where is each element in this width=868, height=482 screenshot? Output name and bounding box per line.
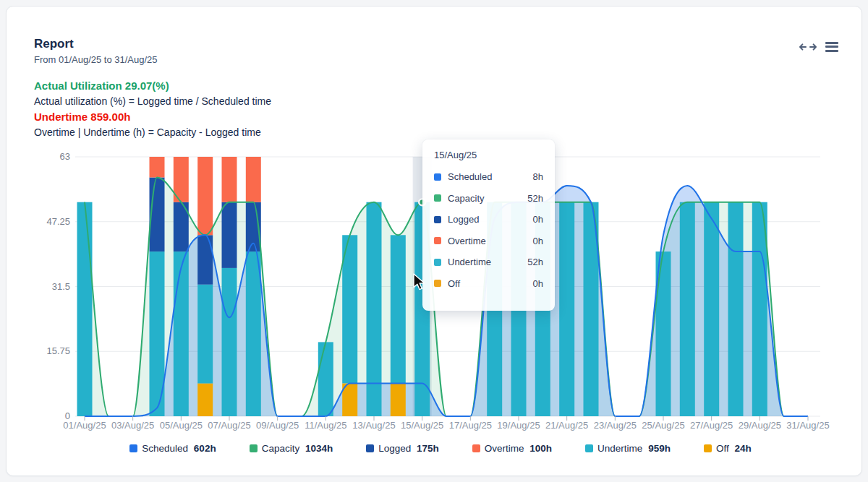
tooltip-date: 15/Aug/25 <box>434 150 543 160</box>
legend-value: 24h <box>734 443 751 454</box>
legend-marker-icon <box>129 444 137 452</box>
bar-logged-day7[interactable] <box>222 202 237 268</box>
tooltip-value: 0h <box>533 214 543 225</box>
bar-undertime-day21[interactable] <box>559 202 574 416</box>
legend-label: Logged 175h <box>378 443 439 454</box>
bar-undertime-day11[interactable] <box>318 342 333 416</box>
tooltip-value: 52h <box>527 193 543 204</box>
bar-undertime-day1[interactable] <box>77 202 93 416</box>
bar-overtime-day6[interactable] <box>197 157 213 235</box>
bar-undertime-day14[interactable] <box>391 235 406 383</box>
y-tick-label: 15.75 <box>34 345 70 356</box>
y-tick-label: 31.5 <box>34 281 70 292</box>
legend-marker-icon <box>585 444 593 452</box>
tooltip-rows: Scheduled8hCapacity52hLogged0hOvertime0h… <box>434 166 543 294</box>
legend-value: 602h <box>194 443 216 454</box>
tooltip-label: Logged <box>448 214 479 225</box>
bar-undertime-day13[interactable] <box>367 202 382 416</box>
capacity-marker-icon <box>434 194 441 202</box>
legend-label: Undertime 959h <box>597 443 671 454</box>
tooltip-value: 0h <box>533 278 543 289</box>
legend-label: Capacity 1034h <box>262 443 333 454</box>
legend-marker-icon <box>366 444 374 452</box>
report-page: Report From 01/Aug/25 to 31/Aug/25 Actua… <box>0 0 868 482</box>
tooltip-row-undertime: Undertime52h <box>434 251 543 273</box>
legend-value: 175h <box>417 443 439 454</box>
legend-marker-icon <box>704 444 712 452</box>
legend-value: 959h <box>648 443 671 454</box>
legend-item-logged[interactable]: Logged 175h <box>366 443 439 454</box>
legend-item-off[interactable]: Off 24h <box>704 443 752 454</box>
bar-overtime-day8[interactable] <box>246 157 261 202</box>
utilization-chart[interactable]: 015.7531.547.2563 01/Aug/2503/Aug/2505/A… <box>7 7 868 482</box>
tooltip-label: Scheduled <box>448 171 492 182</box>
bar-logged-day6[interactable] <box>197 235 213 284</box>
bar-undertime-day8[interactable] <box>246 251 261 416</box>
tooltip-row-logged: Logged0h <box>434 209 543 231</box>
legend-item-scheduled[interactable]: Scheduled 602h <box>129 443 216 454</box>
logged-marker-icon <box>434 216 441 223</box>
overtime-marker-icon <box>434 237 441 244</box>
bar-undertime-day28[interactable] <box>728 202 744 416</box>
bar-overtime-day7[interactable] <box>222 157 237 202</box>
bar-undertime-day7[interactable] <box>222 268 237 416</box>
legend-label: Off 24h <box>716 443 752 454</box>
y-tick-label: 47.25 <box>34 216 70 227</box>
legend-label: Overtime 100h <box>485 443 552 454</box>
report-card: Report From 01/Aug/25 to 31/Aug/25 Actua… <box>6 6 862 476</box>
tooltip-label: Capacity <box>448 193 485 204</box>
x-tick-label: 31/Aug/25 <box>779 420 837 431</box>
legend-item-overtime[interactable]: Overtime 100h <box>472 443 552 454</box>
tooltip-row-capacity: Capacity52h <box>434 188 543 210</box>
tooltip-value: 8h <box>533 171 543 182</box>
bar-undertime-day27[interactable] <box>704 202 719 416</box>
tooltip-label: Overtime <box>448 236 486 246</box>
undertime-marker-icon <box>434 259 441 266</box>
tooltip-label: Undertime <box>448 257 491 267</box>
tooltip-row-overtime: Overtime0h <box>434 231 543 252</box>
legend-value: 1034h <box>305 443 333 454</box>
bar-undertime-day26[interactable] <box>680 202 695 416</box>
bar-off-day14[interactable] <box>391 383 406 416</box>
y-tick-label: 63 <box>34 151 70 162</box>
tooltip-value: 52h <box>527 257 543 267</box>
legend-item-capacity[interactable]: Capacity 1034h <box>250 443 333 454</box>
bar-overtime-day4[interactable] <box>150 157 165 178</box>
bar-undertime-day6[interactable] <box>197 285 213 384</box>
off-marker-icon <box>434 280 441 287</box>
chart-legend: Scheduled 602hCapacity 1034hLogged 175hO… <box>7 443 868 454</box>
tooltip-row-scheduled: Scheduled8h <box>434 166 543 188</box>
mouse-cursor-icon <box>412 273 427 294</box>
tooltip-row-off: Off0h <box>434 273 543 295</box>
legend-value: 100h <box>529 443 552 454</box>
legend-item-undertime[interactable]: Undertime 959h <box>585 443 671 454</box>
chart-tooltip: 15/Aug/25 Scheduled8hCapacity52hLogged0h… <box>422 139 555 311</box>
bar-undertime-day5[interactable] <box>174 251 189 416</box>
scheduled-marker-icon <box>434 173 441 181</box>
legend-marker-icon <box>472 444 480 452</box>
tooltip-label: Off <box>448 278 460 289</box>
legend-marker-icon <box>250 444 258 452</box>
bar-off-day6[interactable] <box>197 383 213 416</box>
legend-label: Scheduled 602h <box>142 443 216 454</box>
tooltip-value: 0h <box>533 236 543 246</box>
